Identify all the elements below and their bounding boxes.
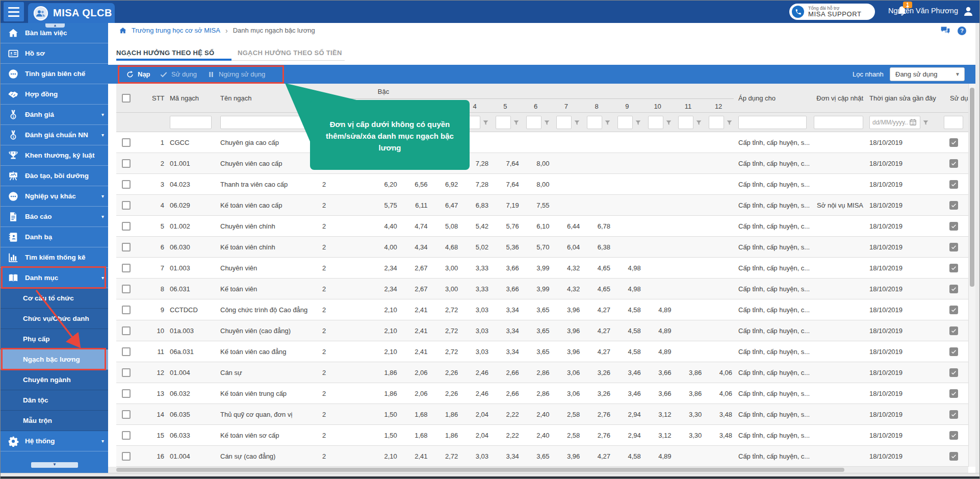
filter-funnel-icon[interactable]	[574, 119, 580, 125]
row-checkbox[interactable]	[122, 222, 131, 231]
reload-button[interactable]: Nạp	[126, 65, 150, 84]
row-checkbox[interactable]	[122, 410, 131, 419]
su-dung-checkbox[interactable]	[949, 347, 958, 356]
su-dung-checkbox[interactable]	[949, 452, 958, 461]
sidebar-item-danh-muc[interactable]: Danh mục▾	[1, 268, 108, 288]
filter-funnel-icon[interactable]	[635, 119, 641, 125]
row-checkbox[interactable]	[122, 389, 131, 398]
su-dung-checkbox[interactable]	[949, 138, 958, 147]
su-dung-checkbox[interactable]	[949, 159, 958, 168]
don-vi-filter-input[interactable]	[814, 116, 863, 129]
support-button[interactable]: Tổng đài hỗ trợ MISA SUPPORT	[789, 4, 875, 20]
su-dung-checkbox[interactable]	[949, 264, 958, 272]
su-dung-checkbox[interactable]	[949, 180, 958, 189]
sidebar-item-he-thong[interactable]: Hệ thống▾	[1, 431, 108, 451]
su-dung-checkbox[interactable]	[949, 222, 958, 231]
sidebar-subitem-ngach-bac-luong[interactable]: Ngạch bậc lương	[1, 349, 108, 370]
filter-funnel-icon[interactable]	[513, 119, 520, 125]
row-checkbox[interactable]	[122, 285, 131, 293]
sidebar-item-danh-gia-chuan-nn[interactable]: 1Đánh giá chuẩn NN▾	[1, 125, 108, 145]
quick-filter-dropdown[interactable]: Đang sử dụng ▼	[890, 67, 965, 81]
su-dung-checkbox[interactable]	[949, 368, 958, 377]
row-checkbox[interactable]	[122, 264, 131, 272]
sidebar-item-danh-ba[interactable]: Danh bạ	[1, 227, 108, 247]
horizontal-scrollbar-thumb[interactable]	[116, 468, 844, 472]
row-checkbox[interactable]	[122, 306, 131, 314]
ap-dung-cho-filter-input[interactable]	[738, 116, 807, 129]
row-checkbox[interactable]	[122, 431, 131, 440]
sidebar-item-bao-cao[interactable]: Báo cáo▾	[1, 207, 108, 227]
su-dung-checkbox[interactable]	[949, 243, 958, 251]
sidebar-subitem-chuyen-nganh[interactable]: Chuyên ngành	[1, 370, 108, 390]
sidebar-item-ho-so[interactable]: Hồ sơ	[1, 43, 108, 64]
bac-filter-input[interactable]	[556, 116, 572, 129]
sidebar-scroll-up[interactable]: ▲	[45, 23, 65, 28]
row-checkbox[interactable]	[122, 368, 131, 377]
hamburger-menu-icon[interactable]	[4, 2, 24, 21]
su-dung-checkbox[interactable]	[949, 285, 958, 293]
calendar-icon[interactable]: 23	[909, 118, 917, 126]
feedback-chat-icon[interactable]	[940, 26, 950, 36]
bac-filter-input[interactable]	[648, 116, 663, 129]
bac-filter-input[interactable]	[617, 116, 633, 129]
filter-funnel-icon[interactable]	[544, 119, 550, 125]
stop-using-button[interactable]: Ngừng sử dụng	[207, 65, 265, 84]
sidebar-item-dao-tao-boi-duong[interactable]: Đào tạo, bồi dưỡng	[1, 166, 108, 186]
home-icon[interactable]	[119, 27, 127, 35]
row-checkbox[interactable]	[122, 347, 131, 356]
row-checkbox[interactable]	[122, 159, 131, 168]
use-button[interactable]: Sử dụng	[160, 65, 197, 84]
cell-bac: 3,12	[642, 411, 673, 418]
su-dung-filter-input[interactable]	[944, 116, 963, 129]
sidebar-item-khen-thuong-ky-luat[interactable]: Khen thưởng, kỷ luật	[1, 145, 108, 166]
horizontal-scrollbar[interactable]	[108, 467, 968, 473]
filter-funnel-icon[interactable]	[726, 119, 733, 125]
sidebar-subitem-mau-tron[interactable]: Mẫu trộn	[1, 411, 108, 431]
help-icon[interactable]: ?	[958, 27, 966, 35]
breadcrumb-root[interactable]: Trường trung học cơ sở MISA	[132, 27, 220, 34]
sidebar-item-danh-gia[interactable]: 1Đánh giá▾	[1, 105, 108, 125]
sidebar-item-hop-dong[interactable]: Hợp đồng	[1, 84, 108, 105]
filter-funnel-icon[interactable]	[695, 119, 702, 125]
bac-filter-input[interactable]	[526, 116, 541, 129]
bac-filter-input[interactable]	[709, 116, 724, 129]
vertical-scrollbar[interactable]	[968, 84, 975, 467]
sidebar-item-tinh-gian-bien-che[interactable]: Tinh giản biên chế	[1, 64, 108, 84]
sidebar-subitem-chuc-vu-chuc-danh[interactable]: Chức vụ/Chức danh	[1, 309, 108, 329]
bac-filter-input[interactable]	[587, 116, 602, 129]
row-checkbox[interactable]	[122, 326, 131, 335]
sidebar-item-label: Đánh giá chuẩn NN	[25, 131, 88, 139]
cell-bac: 3,46	[612, 390, 642, 397]
select-all-checkbox[interactable]	[122, 94, 131, 103]
sidebar-item-tim-kiem-thong-ke[interactable]: Tìm kiếm thống kê	[1, 247, 108, 268]
sidebar-subitem-co-cau-to-chuc[interactable]: Cơ cấu tổ chức	[1, 288, 108, 309]
su-dung-checkbox[interactable]	[949, 410, 958, 419]
su-dung-checkbox[interactable]	[949, 389, 958, 398]
su-dung-checkbox[interactable]	[949, 431, 958, 440]
ten-ngach-filter-input[interactable]	[220, 116, 316, 129]
tab-ngach-huong-theo-he-so[interactable]: NGẠCH HƯỞNG THEO HỆ SỐ	[116, 49, 214, 57]
filter-funnel-icon[interactable]	[922, 119, 929, 125]
bac-filter-input[interactable]	[496, 116, 511, 129]
user-icon[interactable]	[962, 5, 974, 17]
sidebar-subitem-phu-cap[interactable]: Phụ cấp	[1, 329, 108, 349]
row-checkbox[interactable]	[122, 201, 131, 210]
filter-funnel-icon[interactable]	[482, 119, 489, 125]
sidebar-item-nghiep-vu-khac[interactable]: Nghiệp vụ khác▾	[1, 186, 108, 207]
row-checkbox[interactable]	[122, 452, 131, 461]
ma-ngach-filter-input[interactable]	[170, 116, 212, 129]
row-checkbox[interactable]	[122, 243, 131, 251]
user-name[interactable]: Nguyễn Văn Phương	[888, 7, 958, 15]
sidebar-collapse[interactable]: ▼	[31, 462, 78, 468]
su-dung-checkbox[interactable]	[949, 326, 958, 335]
su-dung-checkbox[interactable]	[949, 306, 958, 314]
vertical-scrollbar-thumb[interactable]	[970, 88, 974, 287]
bac-filter-input[interactable]	[678, 116, 693, 129]
sidebar-subitem-dan-toc[interactable]: Dân tộc	[1, 390, 108, 411]
tab-ngach-huong-theo-so-tien[interactable]: NGẠCH HƯỞNG THEO SỐ TIỀN	[238, 49, 342, 57]
row-checkbox[interactable]	[122, 180, 131, 189]
row-checkbox[interactable]	[122, 138, 131, 147]
filter-funnel-icon[interactable]	[665, 119, 672, 125]
filter-funnel-icon[interactable]	[604, 119, 611, 125]
su-dung-checkbox[interactable]	[949, 201, 958, 210]
